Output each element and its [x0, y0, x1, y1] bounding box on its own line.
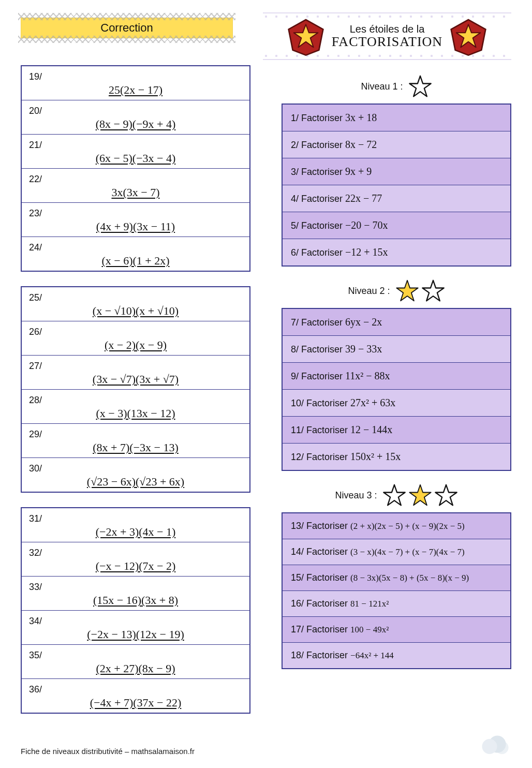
table-row: 3/ Factoriser 9x + 9: [282, 158, 511, 185]
answer-expression: (x − 2)(x − 9): [29, 338, 242, 352]
answer-expression: (√23 − 6x)(√23 + 6x): [29, 475, 242, 489]
answers-block-1: 19/25(2x − 17)20/(8x − 9)(−9x + 4)21/(6x…: [21, 65, 250, 272]
table-row: 12/ Factoriser 150x² + 15x: [282, 444, 511, 471]
exercise-expression: 6yx − 2x: [345, 316, 382, 328]
answer-number: 31/: [29, 513, 242, 524]
table-row: 7/ Factoriser 6yx − 2x: [282, 308, 511, 336]
exercise-label: 17/ Factoriser: [291, 624, 350, 634]
title-right: Les étoiles de la FACTORISATION: [263, 12, 511, 60]
table-row: 23/(4x + 9)(3x − 11): [21, 203, 250, 237]
table-row: 21/(6x − 5)(−3x − 4): [21, 135, 250, 169]
answer-expression: (2x + 27)(8x − 9): [29, 662, 242, 675]
table-row: 32/(−x − 12)(7x − 2): [21, 542, 250, 577]
star-icon: [434, 483, 458, 507]
answer-cell: 19/25(2x − 17): [21, 66, 250, 100]
exercise-expression: (8 − 3x)(5x − 8) + (5x − 8)(x − 9): [350, 573, 469, 583]
exercise-cell: 15/ Factoriser (8 − 3x)(5x − 8) + (5x − …: [282, 565, 511, 591]
table-row: 5/ Factoriser −20 − 70x: [282, 212, 511, 239]
exercise-label: 7/ Factoriser: [291, 317, 345, 328]
answer-cell: 32/(−x − 12)(7x − 2): [21, 542, 250, 577]
exercise-cell: 14/ Factoriser (3 − x)(4x − 7) + (x − 7)…: [282, 539, 511, 565]
table-row: 6/ Factoriser −12 + 15x: [282, 239, 511, 267]
answer-expression: (8x + 7)(−3x − 13): [29, 441, 242, 454]
niveau-1-label: Niveau 1 :: [282, 75, 511, 98]
table-row: 15/ Factoriser (8 − 3x)(5x − 8) + (5x − …: [282, 565, 511, 591]
niveau-3-text: Niveau 3 :: [335, 490, 377, 501]
answer-number: 23/: [29, 208, 242, 219]
table-row: 1/ Factoriser 3x + 18: [282, 104, 511, 131]
answer-number: 32/: [29, 548, 242, 558]
answer-number: 34/: [29, 616, 242, 627]
right-column: Niveau 1 : 1/ Factoriser 3x + 182/ Facto…: [282, 65, 511, 728]
answer-expression: (8x − 9)(−9x + 4): [29, 117, 242, 131]
exercise-cell: 10/ Factoriser 27x² + 63x: [282, 390, 511, 417]
table-row: 29/(8x + 7)(−3x − 13): [21, 424, 250, 458]
table-row: 28/(x − 3)(13x − 12): [21, 390, 250, 424]
answer-number: 19/: [29, 71, 242, 82]
star-row-2: [395, 279, 445, 303]
exercise-expression: 11x² − 88x: [345, 370, 390, 381]
table-row: 35/(2x + 27)(8x − 9): [21, 645, 250, 679]
answer-number: 22/: [29, 174, 242, 185]
table-row: 33/(15x − 16)(3x + 8): [21, 577, 250, 611]
star-icon: [408, 483, 432, 507]
table-row: 30/(√23 − 6x)(√23 + 6x): [21, 458, 250, 493]
table-row: 22/3x(3x − 7): [21, 169, 250, 203]
footer-text: Fiche de niveaux distributivité – mathsa…: [21, 747, 195, 756]
answer-number: 29/: [29, 429, 242, 440]
exercise-expression: 9x + 9: [345, 166, 372, 177]
table-row: 19/25(2x − 17): [21, 66, 250, 100]
answer-cell: 33/(15x − 16)(3x + 8): [21, 577, 250, 611]
answer-number: 25/: [29, 292, 242, 303]
niveau-2-text: Niveau 2 :: [348, 286, 390, 297]
exercise-label: 10/ Factoriser: [291, 398, 350, 408]
niveau-2-label: Niveau 2 :: [282, 279, 511, 303]
level-2-table: 7/ Factoriser 6yx − 2x8/ Factoriser 39 −…: [282, 308, 511, 471]
exercise-expression: (2 + x)(2x − 5) + (x − 9)(2x − 5): [350, 521, 465, 531]
answer-cell: 26/(x − 2)(x − 9): [21, 321, 250, 356]
table-row: 13/ Factoriser (2 + x)(2x − 5) + (x − 9)…: [282, 513, 511, 539]
answer-cell: 25/(x − √10)(x + √10): [21, 287, 250, 321]
answer-expression: (6x − 5)(−3x − 4): [29, 152, 242, 165]
exercise-label: 13/ Factoriser: [291, 521, 350, 531]
table-row: 25/(x − √10)(x + √10): [21, 287, 250, 321]
answer-expression: (x − 3)(13x − 12): [29, 407, 242, 420]
table-row: 14/ Factoriser (3 − x)(4x − 7) + (x − 7)…: [282, 539, 511, 565]
table-row: 27/(3x − √7)(3x + √7): [21, 356, 250, 390]
answers-block-2: 25/(x − √10)(x + √10)26/(x − 2)(x − 9)27…: [21, 286, 250, 493]
exercise-cell: 11/ Factoriser 12 − 144x: [282, 417, 511, 444]
exercise-label: 18/ Factoriser: [291, 650, 350, 660]
page-footer: Fiche de niveaux distributivité – mathsa…: [21, 733, 511, 756]
table-row: 24/(x − 6)(1 + 2x): [21, 237, 250, 272]
level-1-table: 1/ Factoriser 3x + 182/ Factoriser 8x − …: [282, 104, 511, 267]
table-row: 34/(−2x − 13)(12x − 19): [21, 611, 250, 645]
answer-expression: (15x − 16)(3x + 8): [29, 594, 242, 607]
answers-block-3: 31/(−2x + 3)(4x − 1)32/(−x − 12)(7x − 2)…: [21, 507, 250, 714]
exercise-cell: 1/ Factoriser 3x + 18: [282, 104, 511, 131]
table-row: 11/ Factoriser 12 − 144x: [282, 417, 511, 444]
exercise-cell: 18/ Factoriser −64x² + 144: [282, 643, 511, 669]
exercise-label: 6/ Factoriser: [291, 247, 345, 258]
answer-number: 35/: [29, 650, 242, 661]
exercise-cell: 12/ Factoriser 150x² + 15x: [282, 444, 511, 471]
footer-logo-icon: [480, 733, 511, 756]
answer-expression: (−2x − 13)(12x − 19): [29, 628, 242, 641]
answer-cell: 21/(6x − 5)(−3x − 4): [21, 135, 250, 169]
answer-cell: 31/(−2x + 3)(4x − 1): [21, 508, 250, 542]
answer-expression: (3x − √7)(3x + √7): [29, 373, 242, 386]
table-row: 4/ Factoriser 22x − 77: [282, 185, 511, 212]
exercise-label: 11/ Factoriser: [291, 425, 350, 435]
answer-cell: 23/(4x + 9)(3x − 11): [21, 203, 250, 237]
exercise-expression: 39 − 33x: [345, 343, 382, 355]
answer-cell: 34/(−2x − 13)(12x − 19): [21, 611, 250, 645]
exercise-cell: 4/ Factoriser 22x − 77: [282, 185, 511, 212]
exercise-cell: 2/ Factoriser 8x − 72: [282, 131, 511, 158]
answer-expression: (−4x + 7)(37x − 22): [29, 696, 242, 710]
answer-number: 27/: [29, 361, 242, 372]
table-row: 2/ Factoriser 8x − 72: [282, 131, 511, 158]
table-row: 20/(8x − 9)(−9x + 4): [21, 100, 250, 135]
exercise-cell: 16/ Factoriser 81 − 121x²: [282, 591, 511, 617]
exercise-expression: −20 − 70x: [345, 219, 388, 231]
table-row: 9/ Factoriser 11x² − 88x: [282, 363, 511, 390]
answer-number: 33/: [29, 582, 242, 593]
